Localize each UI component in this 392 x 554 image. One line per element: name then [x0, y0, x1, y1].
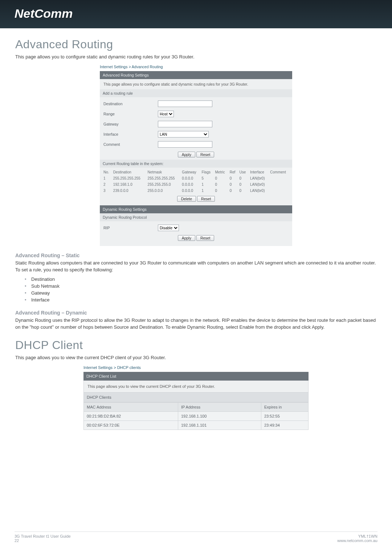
static-body: Static Routing allows computers that are… [15, 260, 377, 274]
reset-button-3[interactable]: Reset [196, 235, 214, 241]
dhcp-breadcrumb: Internet Settings > DHCP clients [83, 365, 309, 370]
col-iface: Interface [249, 169, 269, 175]
range-label: Range [103, 112, 158, 116]
col-netmask: Netmask [146, 169, 181, 175]
dhcp-desc: This page allows you to view the current… [83, 381, 309, 392]
footer: 3G Travel Router t1 User Guide 22 YML†1W… [15, 532, 377, 547]
footer-right-1: YML†1WN [337, 534, 377, 538]
routing-table: No. Destination Netmask Gateway Flags Me… [102, 169, 290, 194]
col-use: Use [238, 169, 249, 175]
comment-label: Comment [103, 142, 158, 147]
apply-button-2[interactable]: Apply [178, 235, 195, 241]
col-exp: Expires in [261, 403, 308, 412]
range-select[interactable]: Host [158, 111, 174, 117]
col-no: No. [102, 169, 112, 175]
list-item: Interface [31, 296, 377, 303]
dynamic-protocol-label: Dynamic Routing Protocol [100, 213, 292, 221]
apply-button[interactable]: Apply [178, 152, 195, 157]
list-item: Gateway [31, 290, 377, 296]
reset-button-2[interactable]: Reset [197, 196, 215, 202]
advanced-routing-title: Advanced Routing [15, 38, 377, 51]
dynamic-routing-bar: Dynamic Routing Settings [100, 205, 292, 213]
static-list: Destination Sub Netmask Gateway Interfac… [15, 276, 377, 303]
brand-logo: NetComm [15, 7, 377, 21]
col-comment: Comment [269, 169, 290, 175]
footer-left-2: 22 [15, 538, 71, 543]
reset-button[interactable]: Reset [196, 152, 214, 157]
panel-title-bar: Advanced Routing Settings [100, 71, 292, 79]
gateway-label: Gateway [103, 122, 158, 126]
footer-right-2: www.netcomm.com.au [337, 538, 377, 543]
dhcp-title: DHCP Client [15, 338, 377, 352]
col-gateway: Gateway [180, 169, 200, 175]
table-row: 00:21:9B:D2:BA:82 192.168.1.100 23:52:55 [84, 412, 309, 421]
table-row: 1 255.255.255.255 255.255.255.255 0.0.0.… [102, 175, 290, 181]
comment-input[interactable] [158, 141, 212, 148]
interface-select[interactable]: LAN [158, 131, 209, 138]
list-item: Sub Netmask [31, 283, 377, 290]
col-mac: MAC Address [84, 403, 178, 412]
dhcp-intro: This page allows you to view the current… [15, 355, 377, 360]
dynamic-body: Dynamic Routing uses the RIP protocol to… [15, 317, 377, 331]
dynamic-heading: Advanced Routing – Dynamic [15, 310, 377, 316]
brand-bar: NetComm [0, 0, 392, 28]
gateway-input[interactable] [158, 121, 212, 127]
add-rule-header: Add a routing rule [100, 89, 292, 97]
rip-label: RIP [103, 226, 158, 230]
col-metric: Metric [213, 169, 228, 175]
col-ip: IP Address [178, 403, 261, 412]
breadcrumb: Internet Settings > Advanced Routing [100, 65, 292, 69]
dhcp-panel: Internet Settings > DHCP clients DHCP Cl… [83, 365, 309, 430]
col-flags: Flags [200, 169, 213, 175]
table-row: 2 192.168.1.0 255.255.255.0 0.0.0.0 1 0 … [102, 181, 290, 188]
col-dest: Destination [112, 169, 146, 175]
destination-label: Destination [103, 102, 158, 106]
advanced-routing-intro: This page allows you to configure static… [15, 54, 377, 59]
advanced-routing-panel: Internet Settings > Advanced Routing Adv… [100, 65, 292, 246]
table-row: 3 239.0.0.0 255.0.0.0 0.0.0.0 1 0 0 0 LA… [102, 188, 290, 194]
dhcp-bar: DHCP Client List [83, 372, 309, 381]
rip-select[interactable]: Disable [158, 225, 179, 231]
interface-label: Interface [103, 132, 158, 136]
delete-button[interactable]: Delete [177, 196, 196, 202]
list-item: Destination [31, 276, 377, 283]
dhcp-table: MAC Address IP Address Expires in 00:21:… [83, 402, 309, 430]
static-heading: Advanced Routing – Static [15, 253, 377, 258]
dhcp-clients-header: DHCP Clients [83, 392, 309, 402]
panel-description: This page allows you to configure static… [100, 79, 292, 89]
col-ref: Ref [228, 169, 238, 175]
routing-table-header: Current Routing table in the system: [100, 160, 292, 168]
footer-left-1: 3G Travel Router t1 User Guide [15, 534, 71, 538]
table-row: 00:02:6F:53:72:0E 192.168.1.101 23:49:34 [84, 421, 309, 430]
destination-input[interactable] [158, 100, 212, 107]
